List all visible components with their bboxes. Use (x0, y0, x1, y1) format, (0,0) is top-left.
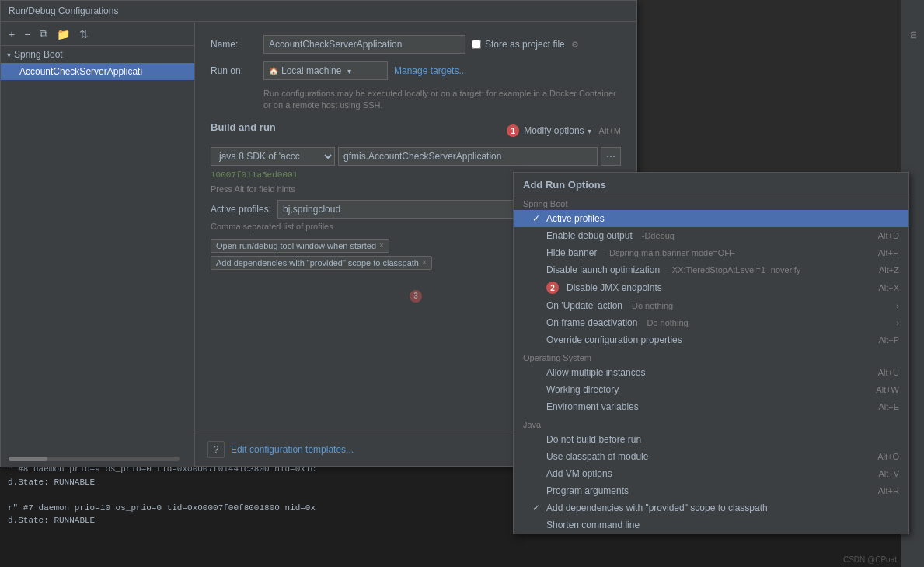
dropdown-item-left-vmopts: ✓ Add VM options (532, 468, 612, 479)
copy-config-button[interactable]: ⧉ (37, 26, 51, 42)
run-config-info: Run configurations may be executed local… (263, 88, 621, 112)
name-label: Name: (211, 39, 257, 50)
modify-shortcut-hint: Alt+M (599, 126, 621, 135)
add-config-button[interactable]: + (5, 26, 18, 42)
shortcut-multiple: Alt+U (878, 368, 899, 377)
update-flag: Do nothing (632, 301, 673, 310)
java-section-label: Java (514, 415, 908, 431)
name-input[interactable] (263, 35, 465, 54)
run-on-label: Run on: (211, 65, 257, 76)
frame-flag: Do nothing (647, 318, 688, 327)
dropdown-label-progargs: Program arguments (546, 485, 629, 496)
launch-flag: -XX:TieredStopAtLevel=1 -noverify (669, 265, 800, 275)
folder-config-button[interactable]: 📁 (54, 26, 73, 42)
tree-expand-icon: ▾ (7, 51, 11, 59)
main-class-input[interactable] (338, 147, 598, 166)
dropdown-label-jmx: Disable JMX endpoints (567, 282, 662, 293)
dropdown-item-shorten-cmd[interactable]: ✓ Shorten command line (514, 516, 908, 534)
tag-close-1[interactable]: × (379, 241, 384, 250)
remove-config-button[interactable]: − (21, 26, 33, 42)
right-sidebar-label: m (908, 31, 919, 39)
dropdown-item-left-debug: ✓ Enable debug output -Ddebug (532, 230, 675, 241)
modify-options-badge: 1 (507, 124, 519, 137)
dropdown-item-no-build[interactable]: ✓ Do not build before run (514, 431, 908, 448)
dropdown-item-override-config[interactable]: ✓ Override configuration properties Alt+… (514, 331, 908, 348)
dropdown-item-use-classpath[interactable]: ✓ Use classpath of module Alt+O (514, 448, 908, 465)
dropdown-item-left-update: ✓ On 'Update' action Do nothing (532, 300, 673, 311)
dropdown-item-left: ✓ Active profiles (532, 213, 605, 224)
dropdown-item-left-nobuild: ✓ Do not build before run (532, 434, 641, 445)
dropdown-label-nobuild: Do not build before run (546, 434, 641, 445)
shortcut-debug: Alt+D (878, 231, 899, 240)
dropdown-item-vm-options[interactable]: ✓ Add VM options Alt+V (514, 465, 908, 482)
sdk-row: java 8 SDK of 'accc ⋯ (211, 147, 621, 166)
left-panel: + − ⧉ 📁 ⇅ ▾ Spring Boot AccountCheckServ… (1, 23, 195, 467)
tag-close-2[interactable]: × (422, 258, 427, 267)
shortcut-jmx: Alt+X (878, 283, 899, 292)
dropdown-item-env-vars[interactable]: ✓ Environment variables Alt+E (514, 398, 908, 415)
dropdown-item-prog-args[interactable]: ✓ Program arguments Alt+R (514, 482, 908, 499)
dropdown-item-left-progargs: ✓ Program arguments (532, 485, 629, 496)
dropdown-item-multiple-instances[interactable]: ✓ Allow multiple instances Alt+U (514, 364, 908, 381)
dropdown-label-vmopts: Add VM options (546, 468, 612, 479)
tag-open-run-debug: Open run/debug tool window when started … (211, 239, 389, 253)
tree-item-account-check[interactable]: AccountCheckServerApplicati (1, 63, 194, 80)
dropdown-item-left-shortencmd: ✓ Shorten command line (532, 520, 640, 530)
manage-targets-link[interactable]: Manage targets... (394, 65, 466, 76)
frame-arrow-icon: › (896, 318, 899, 327)
debug-flag: -Ddebug (642, 231, 675, 240)
dropdown-item-hide-banner[interactable]: ✓ Hide banner -Dspring.main.banner-mode=… (514, 244, 908, 261)
dropdown-item-left-override: ✓ Override configuration properties (532, 334, 682, 345)
dialog-title: Run/Debug Configurations (9, 5, 118, 16)
dropdown-item-disable-launch[interactable]: ✓ Disable launch optimization -XX:Tiered… (514, 261, 908, 278)
dialog-titlebar: Run/Debug Configurations (1, 1, 636, 22)
dropdown-label-multiple: Allow multiple instances (546, 367, 645, 378)
modify-options-label: Modify options (524, 125, 584, 136)
store-gear-icon: ⚙ (571, 40, 579, 50)
dropdown-item-left-workdir: ✓ Working directory (532, 384, 619, 395)
dropdown-item-add-deps[interactable]: ✓ Add dependencies with "provided" scope… (514, 499, 908, 516)
tree-item-spring-boot[interactable]: ▾ Spring Boot (1, 46, 194, 63)
tree-account-check-label: AccountCheckServerApplicati (19, 66, 142, 77)
left-panel-toolbar: + − ⧉ 📁 ⇅ (1, 23, 194, 46)
dropdown-item-left-envvars: ✓ Environment variables (532, 401, 639, 412)
dropdown-label-active-profiles: Active profiles (546, 213, 605, 224)
dropdown-label-banner: Hide banner (546, 247, 597, 258)
dropdown-item-left-launch: ✓ Disable launch optimization -XX:Tiered… (532, 264, 800, 275)
add-run-options-dropdown: Add Run Options Spring Boot ✓ Active pro… (513, 172, 909, 534)
dropdown-label-launch: Disable launch optimization (546, 264, 660, 275)
sdk-select[interactable]: java 8 SDK of 'accc (211, 147, 335, 166)
browse-button[interactable]: ⋯ (601, 147, 621, 166)
spring-boot-section-label: Spring Boot (514, 194, 908, 210)
dropdown-item-active-profiles[interactable]: ✓ Active profiles (514, 210, 908, 227)
dropdown-title: Add Run Options (514, 173, 908, 194)
dropdown-item-disable-jmx[interactable]: ✓ 2 Disable JMX endpoints Alt+X (514, 278, 908, 297)
edit-templates-link[interactable]: Edit configuration templates... (231, 444, 354, 455)
dropdown-item-update-action[interactable]: ✓ On 'Update' action Do nothing › (514, 297, 908, 314)
sort-config-button[interactable]: ⇅ (76, 26, 92, 42)
dropdown-label-override: Override configuration properties (546, 334, 682, 345)
dropdown-label-shortencmd: Shorten command line (546, 520, 640, 530)
dropdown-item-working-dir[interactable]: ✓ Working directory Alt+W (514, 381, 908, 398)
dropdown-item-left-jmx: ✓ 2 Disable JMX endpoints (532, 282, 662, 294)
badge2-jmx: 2 (546, 282, 559, 294)
checkmark-active-profiles: ✓ (532, 213, 542, 224)
dropdown-item-enable-debug[interactable]: ✓ Enable debug output -Ddebug Alt+D (514, 227, 908, 244)
shortcut-progargs: Alt+R (878, 486, 899, 495)
badge3-display: 3 (410, 290, 422, 303)
left-panel-scrollbar-thumb[interactable] (9, 457, 47, 461)
dropdown-item-left-frame: ✓ On frame deactivation Do nothing (532, 317, 689, 328)
dropdown-item-left-adddeps: ✓ Add dependencies with "provided" scope… (532, 502, 768, 513)
help-button[interactable]: ? (207, 441, 225, 458)
run-on-select[interactable]: 🏠 Local machine ▾ (263, 61, 388, 80)
tag-add-dependencies: Add dependencies with "provided" scope t… (211, 256, 432, 270)
dropdown-item-frame-deact[interactable]: ✓ On frame deactivation Do nothing › (514, 314, 908, 331)
shortcut-override: Alt+P (878, 335, 899, 345)
modify-options-arrow-icon: ▾ (588, 127, 591, 135)
banner-flag: -Dspring.main.banner-mode=OFF (606, 248, 734, 257)
update-arrow-icon: › (896, 301, 899, 310)
checkmark-adddeps: ✓ (532, 502, 542, 513)
modify-options-button[interactable]: Modify options ▾ (524, 125, 591, 136)
shortcut-banner: Alt+H (878, 248, 899, 257)
store-as-project-checkbox[interactable] (472, 40, 481, 49)
